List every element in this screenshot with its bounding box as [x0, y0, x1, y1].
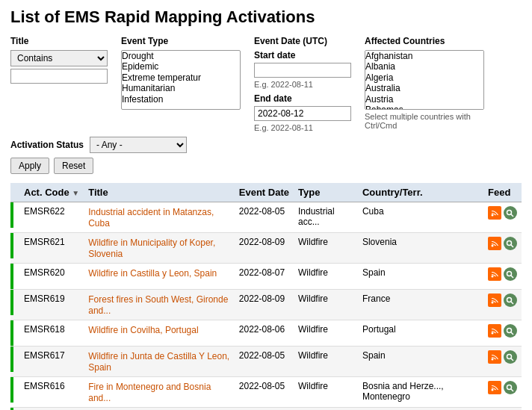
- title-filter-select[interactable]: ContainsStarts withEnds withEquals: [10, 50, 108, 66]
- title-cell[interactable]: Fire in Montenegro and Bosnia and...: [84, 377, 235, 408]
- activations-table: Act. Code ▼ Title Event Date Type Countr…: [10, 183, 522, 410]
- act-code-cell: EMSR615: [19, 408, 84, 411]
- activation-status-label: Activation Status: [10, 140, 84, 150]
- search-feed-icon[interactable]: [504, 267, 517, 281]
- search-feed-icon[interactable]: [504, 293, 517, 307]
- svg-point-1: [507, 210, 512, 214]
- search-feed-icon[interactable]: [504, 237, 517, 250]
- search-feed-icon[interactable]: [504, 206, 517, 220]
- affected-countries-label: Affected Countries: [365, 36, 484, 46]
- event-date-cell: 2022-08-05: [235, 347, 294, 377]
- country-cell: Slovenia: [358, 233, 483, 264]
- col-title: Title: [84, 183, 235, 202]
- row-bar: [10, 202, 19, 233]
- title-cell[interactable]: Wildfire in Municipality of Koper, Slove…: [84, 233, 235, 264]
- start-date-label: Start date: [254, 50, 351, 60]
- row-bar: [10, 233, 19, 264]
- search-feed-icon[interactable]: [504, 350, 517, 364]
- title-cell[interactable]: Wildfire in Castilla y Leon, Spain: [84, 264, 235, 290]
- title-cell[interactable]: Wildfire in Berlin Grunewald Forest: [84, 408, 235, 411]
- feed-cell: [483, 320, 522, 347]
- type-cell: Industrial acc...: [294, 202, 358, 233]
- title-link[interactable]: Wildfire in Castilla y Leon, Spain: [88, 268, 217, 279]
- start-date-hint: E.g. 2022-08-11: [254, 80, 351, 89]
- title-filter-label: Title: [10, 36, 108, 46]
- col-bar: [10, 183, 19, 202]
- search-feed-icon[interactable]: [504, 324, 517, 338]
- title-cell[interactable]: Industrial accident in Matanzas, Cuba: [84, 202, 235, 233]
- country-cell: Germany: [358, 408, 483, 411]
- title-link[interactable]: Wildfire in Municipality of Koper, Slove…: [88, 237, 215, 259]
- title-cell[interactable]: Wildfire in Junta de Castilla Y Leon, Sp…: [84, 347, 235, 377]
- table-row: EMSR618Wildfire in Covilha, Portugal2022…: [10, 320, 522, 347]
- rss-icon[interactable]: [488, 237, 501, 250]
- event-date-cell: 2022-08-09: [235, 233, 294, 264]
- country-cell: Spain: [358, 264, 483, 290]
- svg-point-19: [507, 385, 512, 389]
- rss-icon[interactable]: [488, 293, 501, 307]
- filter-buttons: Apply Reset: [10, 158, 522, 174]
- row-bar: [10, 347, 19, 377]
- title-link[interactable]: Wildfire in Covilha, Portugal: [88, 325, 198, 335]
- title-cell[interactable]: Forest fires in South West, Gironde and.…: [84, 290, 235, 320]
- end-date-label: End date: [254, 93, 351, 104]
- type-cell: Wildfire: [294, 264, 358, 290]
- event-type-filter-section: Event Type DroughtEpidemicExtreme temper…: [121, 36, 241, 110]
- title-filter-input[interactable]: [10, 69, 108, 84]
- type-cell: Wildfire: [294, 320, 358, 347]
- type-cell: Wildfire: [294, 290, 358, 320]
- feed-cell: [483, 408, 522, 411]
- svg-point-7: [507, 271, 512, 276]
- svg-line-11: [511, 302, 513, 304]
- end-date-hint: E.g. 2022-08-11: [254, 123, 351, 132]
- feed-cell: [483, 290, 522, 320]
- table-row: EMSR620Wildfire in Castilla y Leon, Spai…: [10, 264, 522, 290]
- title-link[interactable]: Industrial accident in Matanzas, Cuba: [88, 207, 214, 229]
- svg-point-15: [491, 358, 493, 361]
- search-feed-icon[interactable]: [504, 381, 517, 394]
- start-date-input[interactable]: [254, 63, 351, 78]
- svg-point-3: [491, 245, 493, 247]
- event-date-cell: 2022-08-03: [235, 408, 294, 411]
- reset-button[interactable]: Reset: [54, 158, 93, 174]
- table-row: EMSR621Wildfire in Municipality of Koper…: [10, 233, 522, 264]
- svg-point-16: [507, 354, 512, 358]
- affected-countries-select[interactable]: AfghanistanAlbaniaAlgeriaAustraliaAustri…: [365, 50, 484, 110]
- type-cell: Wildfire: [294, 377, 358, 408]
- svg-point-12: [491, 332, 493, 335]
- country-cell: Spain: [358, 347, 483, 377]
- activation-status-select[interactable]: - Any -OngoingCompleted: [90, 137, 187, 153]
- title-link[interactable]: Fire in Montenegro and Bosnia and...: [88, 382, 211, 403]
- rss-icon[interactable]: [488, 206, 501, 220]
- end-date-input[interactable]: [254, 106, 351, 121]
- col-country: Country/Terr.: [358, 183, 483, 202]
- rss-icon[interactable]: [488, 350, 501, 364]
- event-type-label: Event Type: [121, 36, 241, 46]
- apply-button[interactable]: Apply: [10, 158, 49, 174]
- svg-line-5: [511, 245, 513, 247]
- act-code-cell: EMSR620: [19, 264, 84, 290]
- feed-cell: [483, 233, 522, 264]
- title-link[interactable]: Wildfire in Junta de Castilla Y Leon, Sp…: [88, 351, 229, 373]
- title-link[interactable]: Forest fires in South West, Gironde and.…: [88, 294, 228, 316]
- col-act-code[interactable]: Act. Code ▼: [19, 183, 84, 202]
- country-cell: Cuba: [358, 202, 483, 233]
- col-event-date: Event Date: [235, 183, 294, 202]
- event-type-select[interactable]: DroughtEpidemicExtreme temperaturHumanit…: [121, 50, 241, 110]
- svg-line-8: [511, 276, 513, 278]
- table-row: EMSR615Wildfire in Berlin Grunewald Fore…: [10, 408, 522, 411]
- type-cell: Wildfire: [294, 347, 358, 377]
- event-date-cell: 2022-08-09: [235, 290, 294, 320]
- row-bar: [10, 290, 19, 320]
- rss-icon[interactable]: [488, 324, 501, 338]
- svg-line-17: [511, 358, 513, 361]
- event-date-cell: 2022-08-05: [235, 377, 294, 408]
- col-type: Type: [294, 183, 358, 202]
- rss-icon[interactable]: [488, 267, 501, 281]
- table-row: EMSR616Fire in Montenegro and Bosnia and…: [10, 377, 522, 408]
- type-cell: Wildfire: [294, 408, 358, 411]
- title-cell[interactable]: Wildfire in Covilha, Portugal: [84, 320, 235, 347]
- rss-icon[interactable]: [488, 381, 501, 394]
- svg-point-4: [507, 240, 512, 245]
- event-date-label: Event Date (UTC): [254, 36, 351, 46]
